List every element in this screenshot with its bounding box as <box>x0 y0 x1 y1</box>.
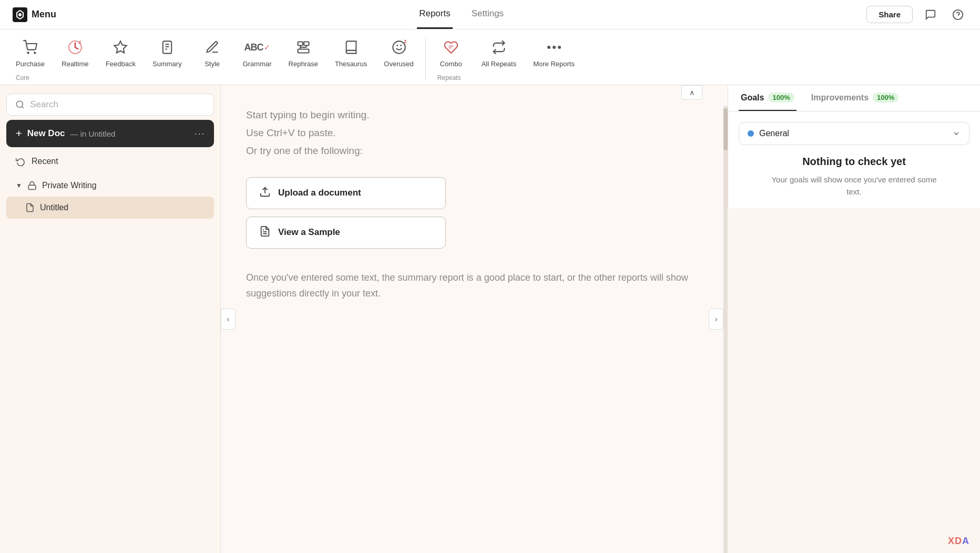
improvements-badge: 100% <box>873 93 899 103</box>
right-panel: Goals 100% Improvements 100% General <box>728 85 980 208</box>
collapse-left-button[interactable]: ‹ <box>221 309 236 330</box>
toolbar-item-overused[interactable]: Z Overused <box>376 34 421 72</box>
goals-tab-label: Goals <box>741 93 764 103</box>
upload-icon <box>259 186 271 200</box>
view-sample-button[interactable]: View a Sample <box>246 217 446 249</box>
svg-rect-9 <box>163 41 171 53</box>
right-panel-wrapper: Goals 100% Improvements 100% General <box>728 85 980 553</box>
toolbar-item-feedback[interactable]: Feedback <box>98 34 143 72</box>
toolbar-item-more-reports[interactable]: More Reports <box>526 34 582 72</box>
sidebar-item-untitled[interactable]: Untitled <box>6 197 214 219</box>
svg-rect-13 <box>298 42 302 46</box>
chat-icon-button[interactable] <box>921 5 940 24</box>
tab-reports[interactable]: Reports <box>417 0 453 29</box>
collapse-top-button[interactable]: ∧ <box>681 85 702 100</box>
combo-icon <box>444 38 458 57</box>
toolbar-core-section: Purchase Z Realtime <box>8 34 972 85</box>
recent-icon <box>16 157 25 166</box>
document-icon <box>25 203 35 212</box>
recent-label: Recent <box>32 157 58 166</box>
help-icon-button[interactable] <box>948 5 967 24</box>
toolbar-item-purchase[interactable]: Purchase <box>8 34 52 72</box>
toolbar-item-rephrase[interactable]: Rephrase <box>281 34 325 72</box>
share-button[interactable]: Share <box>866 6 913 23</box>
summary-label: Summary <box>152 60 182 68</box>
nothing-to-check: Nothing to check yet Your goals will sho… <box>739 156 969 198</box>
general-dropdown[interactable]: General <box>739 122 969 145</box>
svg-marker-8 <box>115 41 127 53</box>
svg-rect-14 <box>304 42 309 46</box>
view-sample-label: View a Sample <box>278 227 340 238</box>
new-doc-button[interactable]: + New Doc — in Untitled ⋯ <box>6 120 214 147</box>
logo-icon <box>13 7 27 22</box>
sample-icon <box>259 226 271 240</box>
toolbar-item-combo[interactable]: Combo <box>430 34 472 72</box>
placeholder-line-1: Start typing to begin writing. <box>246 106 702 124</box>
more-reports-label: More Reports <box>533 60 575 68</box>
new-doc-location: — in Untitled <box>70 129 115 138</box>
editor-area: ‹ ∧ › Start typing to begin writing. Use… <box>221 85 728 553</box>
private-writing-label: Private Writing <box>42 181 97 190</box>
tab-goals[interactable]: Goals 100% <box>739 85 797 111</box>
private-writing-header[interactable]: ▼ Private Writing <box>6 176 214 196</box>
tab-settings[interactable]: Settings <box>469 0 506 29</box>
menu-button[interactable]: Menu <box>13 7 56 22</box>
svg-point-26 <box>553 46 556 49</box>
svg-text:Z: Z <box>79 40 81 44</box>
tab-improvements[interactable]: Improvements 100% <box>809 85 901 111</box>
realtime-icon: Z <box>67 38 83 57</box>
upload-document-label: Upload a document <box>278 188 361 198</box>
svg-text:Z: Z <box>404 40 406 44</box>
collapse-right-button[interactable]: › <box>709 309 723 330</box>
scrollbar-track[interactable] <box>723 106 728 553</box>
toolbar-item-all-repeats[interactable]: All Repeats <box>474 34 524 72</box>
purchase-icon <box>23 38 37 57</box>
rephrase-icon <box>296 38 311 57</box>
help-icon <box>952 9 964 21</box>
nothing-title: Nothing to check yet <box>802 156 906 168</box>
sidebar-item-recent[interactable]: Recent <box>6 151 214 171</box>
top-nav-right: Share <box>866 5 967 24</box>
svg-rect-23 <box>448 46 453 47</box>
search-box[interactable]: Search <box>6 94 214 116</box>
placeholder-line-3: Or try one of the following: <box>246 142 702 160</box>
upload-document-button[interactable]: Upload a document <box>246 177 446 209</box>
svg-point-25 <box>547 46 550 49</box>
lock-icon <box>27 181 37 190</box>
overused-icon: Z <box>392 38 406 57</box>
feedback-label: Feedback <box>106 60 136 68</box>
toolbar-item-thesaurus[interactable]: Thesaurus <box>328 34 374 72</box>
toolbar-item-grammar[interactable]: ABC ✓ Grammar <box>236 34 279 72</box>
plus-icon: + <box>16 128 22 140</box>
nothing-desc: Your goals will show once you've entered… <box>770 174 938 198</box>
editor-actions: Upload a document View a Sample <box>246 177 702 249</box>
more-reports-icon <box>547 38 562 57</box>
scrollbar-thumb[interactable] <box>723 108 728 150</box>
svg-point-28 <box>16 101 23 107</box>
xda-watermark: XDA <box>948 535 969 547</box>
style-label: Style <box>205 60 220 68</box>
style-icon <box>205 38 220 57</box>
general-dot <box>748 130 754 137</box>
untitled-label: Untitled <box>40 203 68 212</box>
chat-icon <box>925 9 936 21</box>
private-writing-section: ▼ Private Writing Untitled <box>6 176 214 220</box>
all-repeats-icon <box>492 38 506 57</box>
toolbar-item-summary[interactable]: Summary <box>145 34 189 72</box>
new-doc-menu-icon[interactable]: ⋯ <box>194 127 205 140</box>
editor-content[interactable]: Start typing to begin writing. Use Ctrl+… <box>221 85 728 553</box>
svg-point-19 <box>393 41 405 53</box>
svg-line-29 <box>22 106 23 108</box>
goals-badge: 100% <box>768 93 794 103</box>
all-repeats-label: All Repeats <box>482 60 516 68</box>
toolbar-item-style[interactable]: Style <box>191 34 233 72</box>
core-section-label: Core <box>8 72 37 85</box>
toolbar-item-realtime[interactable]: Z Realtime <box>54 34 96 72</box>
repeats-section-label: Repeats <box>430 72 468 85</box>
placeholder-line-2: Use Ctrl+V to paste. <box>246 124 702 142</box>
sidebar: Search + New Doc — in Untitled ⋯ Recent … <box>0 85 221 553</box>
purchase-label: Purchase <box>16 60 45 68</box>
search-icon <box>15 100 25 109</box>
toolbar-divider <box>425 38 426 80</box>
top-nav: Menu Reports Settings Share <box>0 0 980 29</box>
